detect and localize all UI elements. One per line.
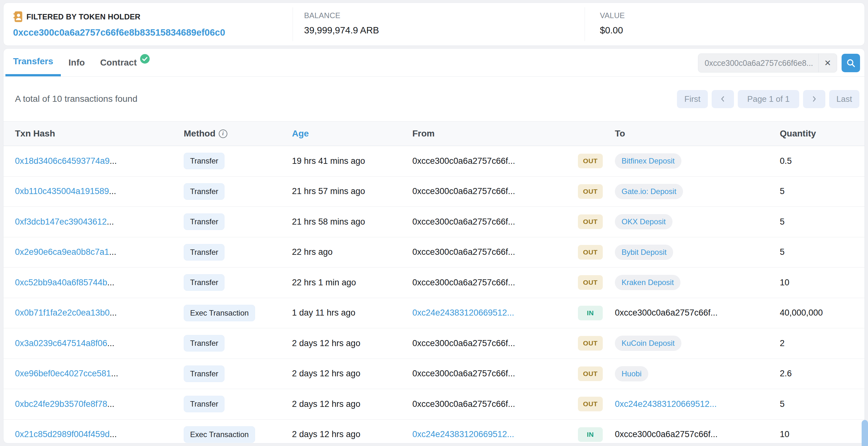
from-cell: 0xcce300c0a6a2757c66f... — [412, 186, 578, 196]
previous-page-button[interactable] — [712, 90, 734, 108]
truncation-ellipsis: ... — [508, 156, 515, 166]
contract-verified-icon — [140, 54, 150, 64]
truncation-ellipsis: ... — [507, 430, 514, 439]
tab-info-label: Info — [68, 58, 85, 68]
method-badge: Transfer — [184, 396, 224, 412]
token-holder-icon — [13, 11, 23, 22]
table-row: 0x2e90e6ca9ea0b8c7a1... Transfer 22 hrs … — [3, 237, 865, 268]
to-named-address-pill[interactable]: KuCoin Deposit — [615, 336, 681, 351]
balance-section: BALANCE 39,999,974.9 ARB — [293, 3, 585, 45]
quantity-text: 0.5 — [773, 156, 865, 166]
last-page-button[interactable]: Last — [829, 90, 859, 108]
page-indicator: Page 1 of 1 — [738, 90, 799, 108]
tab-contract[interactable]: Contract — [92, 49, 157, 76]
txn-hash-link[interactable]: 0x21c85d2989f004f459d... — [15, 430, 117, 439]
tab-info[interactable]: Info — [61, 49, 92, 76]
table-row: 0x3a0239c647514a8f06... Transfer 2 days … — [3, 328, 865, 359]
header-quantity: Quantity — [773, 129, 865, 139]
age-text: 21 hrs 57 mins ago — [292, 186, 412, 196]
from-cell: 0xcce300c0a6a2757c66f... — [412, 339, 578, 348]
holder-address-link[interactable]: 0xcce300c0a6a2757c66f6e8b83515834689ef06… — [13, 27, 225, 38]
txn-hash-link[interactable]: 0x2e90e6ca9ea0b8c7a1... — [15, 247, 116, 257]
txn-hash-link[interactable]: 0xc52bb9a40a6f85744b... — [15, 278, 114, 287]
filtered-by-label: FILTERED BY TOKEN HOLDER — [26, 12, 141, 21]
address-text: 0xcce300c0a6a2757c66f... — [412, 339, 515, 348]
header-method: Method i — [184, 129, 292, 139]
method-badge: Exec Transaction — [184, 426, 255, 443]
truncation-ellipsis: ... — [508, 399, 515, 409]
age-text: 22 hrs ago — [292, 247, 412, 257]
age-text: 2 days 12 hrs ago — [292, 430, 412, 439]
truncation-ellipsis: ... — [709, 399, 717, 409]
txn-hash-link[interactable]: 0xbc24fe29b3570fe8f78... — [15, 399, 114, 409]
summary-row: A total of 10 transactions found First P… — [3, 77, 865, 121]
tab-transfers[interactable]: Transfers — [5, 49, 61, 76]
quantity-text: 5 — [773, 186, 865, 196]
to-cell: Bybit Deposit — [609, 245, 773, 260]
vertical-scrollbar-thumb[interactable] — [862, 420, 868, 446]
to-cell: 0xc24e24383120669512... — [609, 399, 773, 409]
txn-hash-link[interactable]: 0xb110c435004a191589... — [15, 186, 116, 196]
from-cell: 0xcce300c0a6a2757c66f... — [412, 156, 578, 166]
to-named-address-pill[interactable]: Huobi — [615, 366, 648, 381]
quantity-text: 2 — [773, 339, 865, 348]
direction-badge: OUT — [578, 336, 603, 350]
value-amount: $0.00 — [600, 25, 865, 36]
header-age[interactable]: Age — [292, 129, 412, 139]
token-holder-card: FILTERED BY TOKEN HOLDER 0xcce300c0a6a27… — [3, 3, 865, 46]
truncation-ellipsis: ... — [710, 308, 718, 317]
direction-badge: OUT — [578, 184, 603, 199]
txn-hash-link[interactable]: 0x3a0239c647514a8f06... — [15, 339, 114, 348]
direction-badge: OUT — [578, 367, 603, 381]
direction-badge: IN — [578, 306, 603, 320]
info-icon[interactable]: i — [219, 130, 227, 138]
header-txn-hash: Txn Hash — [15, 129, 184, 139]
to-named-address-pill[interactable]: Gate.io: Deposit — [615, 184, 683, 199]
from-cell: 0xcce300c0a6a2757c66f... — [412, 278, 578, 287]
age-text: 2 days 12 hrs ago — [292, 369, 412, 379]
txn-hash-link[interactable]: 0x0b71f1fa2e2c0ea13b0... — [15, 308, 117, 317]
txn-hash-link[interactable]: 0xf3dcb147ec39043612... — [15, 217, 114, 227]
to-named-address-pill[interactable]: Bybit Deposit — [615, 245, 673, 260]
header-method-label: Method — [184, 129, 216, 139]
address-link[interactable]: 0xc24e24383120669512... — [412, 430, 514, 439]
truncation-ellipsis: ... — [508, 217, 515, 227]
from-cell: 0xcce300c0a6a2757c66f... — [412, 217, 578, 227]
method-badge: Exec Transaction — [184, 305, 255, 321]
truncation-ellipsis: ... — [107, 278, 115, 287]
pagination: First Page 1 of 1 Last — [677, 90, 859, 108]
direction-badge: IN — [578, 427, 603, 442]
truncation-ellipsis: ... — [107, 399, 115, 409]
chevron-right-icon — [810, 95, 818, 103]
method-badge: Transfer — [184, 213, 224, 230]
search-input-value[interactable]: 0xcce300c0a6a2757c66f6e8... — [698, 59, 818, 68]
to-cell: 0xcce300c0a6a2757c66f... — [609, 430, 773, 439]
quantity-text: 40,000,000 — [773, 308, 865, 318]
address-link[interactable]: 0xc24e24383120669512... — [412, 308, 514, 317]
txn-hash-link[interactable]: 0xe96bef0ec4027cce581... — [15, 369, 118, 378]
search-button[interactable] — [842, 54, 860, 72]
to-cell: Bitfinex Deposit — [609, 153, 773, 169]
search-input[interactable]: 0xcce300c0a6a2757c66f6e8... ✕ — [698, 54, 837, 72]
truncation-ellipsis: ... — [111, 369, 119, 378]
clear-search-icon[interactable]: ✕ — [818, 54, 837, 72]
address-text: 0xcce300c0a6a2757c66f... — [412, 247, 515, 257]
direction-badge: OUT — [578, 153, 603, 168]
header-from: From — [412, 129, 578, 139]
balance-label: BALANCE — [304, 11, 585, 20]
txn-hash-link[interactable]: 0x18d3406c64593774a9... — [15, 156, 117, 166]
to-cell: Huobi — [609, 366, 773, 381]
value-label: VALUE — [600, 11, 865, 20]
address-text: 0xcce300c0a6a2757c66f... — [412, 278, 515, 287]
next-page-button[interactable] — [803, 90, 825, 108]
table-row: 0x21c85d2989f004f459d... Exec Transactio… — [3, 420, 865, 444]
to-named-address-pill[interactable]: Kraken Deposit — [615, 275, 680, 290]
to-named-address-pill[interactable]: Bitfinex Deposit — [615, 153, 681, 169]
value-section: VALUE $0.00 — [585, 3, 865, 45]
first-page-button[interactable]: First — [677, 90, 708, 108]
to-named-address-pill[interactable]: OKX Deposit — [615, 214, 673, 229]
address-link[interactable]: 0xc24e24383120669512... — [615, 399, 717, 409]
truncation-ellipsis: ... — [110, 430, 117, 439]
age-text: 21 hrs 58 mins ago — [292, 217, 412, 227]
table-row: 0x0b71f1fa2e2c0ea13b0... Exec Transactio… — [3, 298, 865, 329]
